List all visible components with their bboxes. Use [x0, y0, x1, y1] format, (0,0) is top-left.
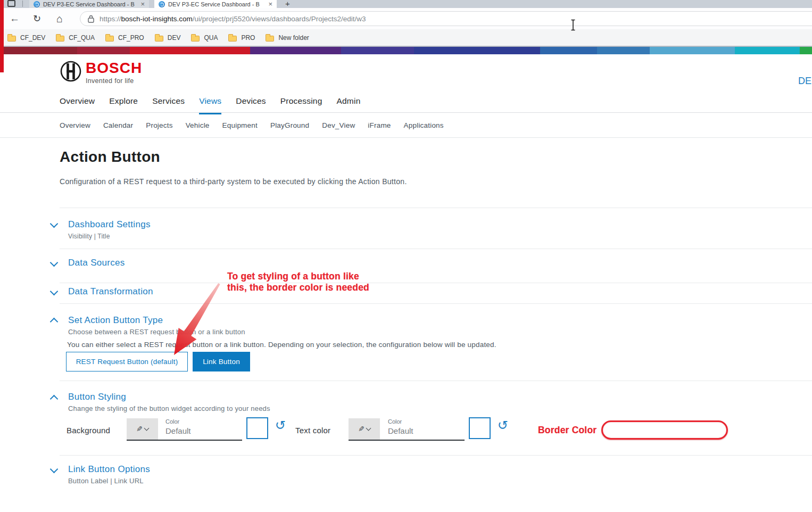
subnav-dev-view[interactable]: Dev_View — [322, 121, 355, 129]
section-button-styling[interactable]: Button Styling — [68, 392, 126, 402]
folder-icon — [7, 36, 16, 42]
close-icon[interactable]: × — [268, 1, 272, 7]
page-description: Configuration of a REST request to a thi… — [60, 177, 407, 186]
section-data-transformation[interactable]: Data Transformation — [68, 286, 153, 297]
subnav-playground[interactable]: PlayGround — [270, 121, 309, 129]
bookmark-folder[interactable]: CF_PRO — [105, 34, 144, 42]
url-host: bosch-iot-insights.com — [121, 15, 193, 23]
vertical-tabs-icon[interactable] — [7, 0, 15, 7]
annotation-note-line2: this, the border color is needed — [227, 282, 369, 293]
nav-views[interactable]: Views — [199, 96, 221, 114]
text-color-value[interactable]: Default — [388, 426, 413, 435]
chevron-down-icon[interactable] — [50, 465, 59, 474]
home-icon[interactable]: ⌂ — [56, 12, 63, 26]
subnav-vehicle[interactable]: Vehicle — [186, 121, 210, 129]
section-link-button-options[interactable]: Link Button Options — [68, 464, 150, 475]
background-color-value[interactable]: Default — [165, 426, 191, 435]
close-icon[interactable]: × — [140, 1, 145, 7]
tab-title: DEV P3-EC Service Dashboard - B — [43, 1, 137, 7]
url-path: /ui/project/prj5520/views/dashboards/Pro… — [193, 15, 366, 23]
bookmark-label: CF_DEV — [20, 34, 45, 42]
bosch-anchor-icon — [60, 60, 82, 82]
nav-overview[interactable]: Overview — [60, 96, 95, 114]
color-field-label: Color — [165, 418, 179, 425]
reset-icon[interactable]: ↺ — [498, 419, 508, 432]
pencil-icon: ✎ — [136, 425, 143, 433]
background-label: Background — [67, 426, 110, 435]
new-tab-icon[interactable]: + — [285, 0, 290, 8]
section-subtitle: Button Label | Link URL — [68, 477, 144, 485]
logo-tagline: Invented for life — [86, 77, 142, 85]
browser-tab-active[interactable]: DEV P3-EC Service Dashboard - B × — [154, 0, 277, 8]
logo-wordmark: BOSCH — [86, 60, 142, 76]
folder-icon — [191, 36, 200, 42]
subnav-equipment[interactable]: Equipment — [222, 121, 258, 129]
reset-icon[interactable]: ↺ — [275, 419, 286, 432]
section-divider — [60, 455, 812, 456]
browser-tab[interactable]: DEV P3-EC Service Dashboard - B × — [29, 0, 149, 8]
views-sub-nav: Overview Calendar Projects Vehicle Equip… — [60, 121, 444, 129]
bookmark-label: PRO — [241, 34, 255, 42]
pencil-icon: ✎ — [358, 425, 364, 433]
nav-processing[interactable]: Processing — [280, 96, 322, 114]
folder-icon — [266, 36, 274, 42]
subnav-applications[interactable]: Applications — [404, 121, 444, 129]
chevron-up-icon[interactable] — [50, 318, 59, 326]
input-underline — [127, 440, 242, 441]
folder-icon — [105, 36, 114, 42]
page-title: Action Button — [60, 148, 160, 166]
bosch-logo: BOSCH Invented for life — [60, 60, 142, 85]
subnav-overview[interactable]: Overview — [60, 121, 90, 129]
bookmark-folder[interactable]: CF_DEV — [7, 34, 45, 42]
bookmark-folder[interactable]: New folder — [266, 34, 309, 42]
text-color-mode-dropdown[interactable]: ✎ — [349, 418, 380, 440]
background-color-mode-dropdown[interactable]: ✎ — [127, 418, 158, 440]
annotation-highlight-box — [601, 420, 728, 440]
chevron-down-icon — [366, 426, 371, 431]
screen: DEV P3-EC Service Dashboard - B × DEV P3… — [0, 0, 812, 512]
main-nav: Overview Explore Services Views Devices … — [60, 96, 360, 114]
bookmark-label: QUA — [204, 34, 218, 42]
refresh-icon[interactable]: ↻ — [33, 12, 41, 26]
nav-explore[interactable]: Explore — [109, 96, 138, 114]
bookmark-folder[interactable]: DEV — [155, 34, 181, 42]
url-text: https://bosch-iot-insights.com/ui/projec… — [100, 15, 366, 23]
section-divider — [60, 381, 812, 381]
section-divider — [60, 208, 812, 208]
bookmark-label: CF_QUA — [69, 34, 95, 42]
chevron-down-icon[interactable] — [50, 287, 59, 296]
address-bar[interactable]: https://bosch-iot-insights.com/ui/projec… — [80, 11, 812, 26]
annotation-arrow-icon — [160, 266, 234, 362]
url-scheme: https:// — [100, 15, 121, 23]
back-icon[interactable]: ← — [10, 12, 20, 26]
bookmark-label: New folder — [278, 34, 309, 42]
chevron-down-icon[interactable] — [50, 259, 59, 267]
nav-admin[interactable]: Admin — [337, 96, 361, 114]
bookmark-folder[interactable]: CF_QUA — [56, 34, 95, 42]
tab-separator — [22, 1, 23, 7]
language-selector[interactable]: DE — [798, 76, 811, 87]
section-divider — [60, 249, 812, 249]
section-data-sources[interactable]: Data Sources — [68, 258, 125, 268]
subnav-projects[interactable]: Projects — [146, 121, 172, 129]
section-subtitle: Change the styling of the button widget … — [68, 404, 270, 412]
bookmark-label: DEV — [168, 34, 181, 42]
subnav-calendar[interactable]: Calendar — [103, 121, 133, 129]
chevron-up-icon[interactable] — [50, 395, 59, 403]
tab-title: DEV P3-EC Service Dashboard - B — [168, 1, 265, 7]
section-set-action-button-type[interactable]: Set Action Button Type — [68, 315, 163, 326]
text-color-swatch[interactable] — [469, 417, 491, 439]
background-color-swatch[interactable] — [246, 417, 268, 439]
chevron-down-icon[interactable] — [50, 220, 59, 228]
folder-icon — [155, 36, 163, 42]
text-color-label: Text color — [295, 426, 330, 435]
section-dashboard-settings[interactable]: Dashboard Settings — [68, 219, 151, 230]
nav-services[interactable]: Services — [152, 96, 185, 114]
annotation-border-color-label: Border Color — [538, 425, 596, 436]
subnav-iframe[interactable]: iFrame — [368, 121, 391, 129]
bookmark-folder[interactable]: PRO — [228, 34, 255, 42]
bookmark-label: CF_PRO — [118, 34, 144, 42]
nav-devices[interactable]: Devices — [236, 96, 266, 114]
bookmark-folder[interactable]: QUA — [191, 34, 218, 42]
bosch-supergraphic-band — [0, 47, 812, 54]
